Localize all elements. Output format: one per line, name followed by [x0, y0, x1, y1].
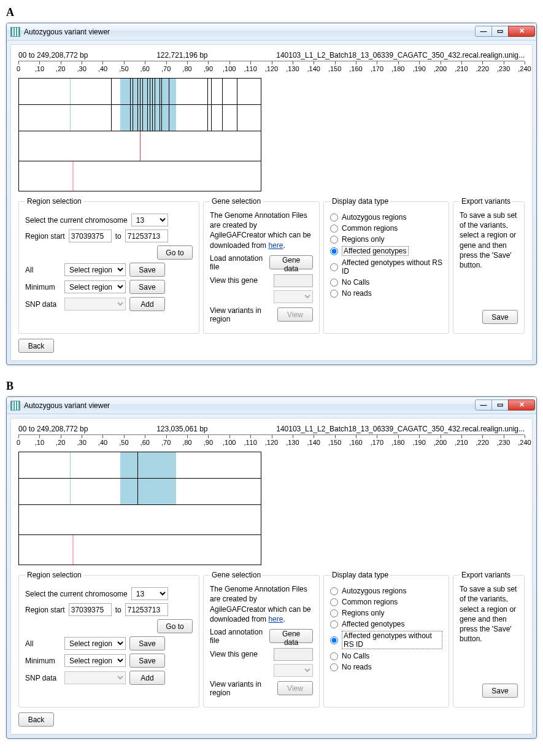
display-option-2[interactable]: Regions only [330, 609, 442, 617]
radio-icon[interactable] [330, 652, 338, 660]
close-button[interactable]: ✕ [508, 26, 535, 37]
track-row [18, 131, 261, 161]
save-all-button[interactable]: Save [129, 636, 165, 650]
display-option-5[interactable]: No Calls [330, 652, 442, 660]
display-option-1[interactable]: Common regions [330, 224, 442, 233]
center-text: 122,721,196 bp [156, 51, 207, 60]
goto-button[interactable]: Go to [157, 619, 193, 633]
display-option-0[interactable]: Autozygous regions [330, 587, 442, 595]
radio-icon[interactable] [330, 598, 338, 606]
export-desc: To save a sub set of the variants, selec… [460, 584, 518, 644]
range-text: 00 to 249,208,772 bp [18, 425, 88, 433]
radio-icon[interactable] [330, 290, 338, 298]
close-button[interactable]: ✕ [508, 399, 535, 411]
display-option-4[interactable]: Affected genotypes without RS ID [330, 631, 442, 649]
radio-icon[interactable] [330, 663, 338, 671]
display-option-6[interactable]: No reads [330, 663, 442, 671]
radio-icon[interactable] [330, 225, 338, 233]
display-option-3[interactable]: Affected genotypes [330, 246, 442, 256]
min-region-select[interactable]: Select region [64, 280, 126, 293]
gene-data-button[interactable]: Gene data [269, 629, 313, 643]
chromosome-select[interactable]: 13 [131, 587, 168, 600]
export-save-button[interactable]: Save [482, 310, 518, 324]
radio-icon[interactable] [330, 609, 338, 617]
chromosome-select[interactable]: 13 [131, 214, 168, 226]
panel-label-b: B [6, 380, 537, 393]
display-option-label: Autozygous regions [342, 587, 406, 595]
maximize-button[interactable]: ▭ [491, 26, 509, 37]
sample-text: 140103_L1_L2_Batch18_13_06339_CAGATC_350… [276, 51, 525, 60]
window-a: Autozygous variant viewer — ▭ ✕ 00 to 24… [6, 23, 537, 365]
all-region-select[interactable]: Select region [64, 263, 126, 276]
track-row [18, 534, 261, 565]
to-label: to [115, 606, 121, 614]
radio-icon[interactable] [330, 263, 338, 271]
region-start-label: Region start [25, 606, 65, 614]
region-legend: Region selection [25, 197, 83, 206]
display-option-label: Common regions [342, 598, 398, 606]
min-region-select[interactable]: Select region [64, 654, 126, 667]
region-start-label: Region start [25, 232, 65, 241]
minimize-button[interactable]: — [475, 399, 492, 411]
add-button[interactable]: Add [129, 297, 165, 311]
ruler: 0,10,20,30,40,50,60,70,80,90,100,110,120… [18, 61, 525, 73]
radio-icon[interactable] [330, 620, 338, 628]
gene-selection-group: Gene selection The Genome Annotation Fil… [203, 571, 320, 708]
display-option-label: Regions only [342, 609, 384, 617]
all-region-select[interactable]: Select region [64, 637, 126, 650]
track-row [18, 78, 261, 105]
display-option-label: Autozygous regions [342, 213, 406, 222]
region-start-input[interactable] [69, 230, 112, 242]
display-option-3[interactable]: Affected genotypes [330, 620, 442, 628]
minimize-button[interactable]: — [475, 26, 492, 37]
export-save-button[interactable]: Save [482, 684, 518, 698]
display-option-label: No Calls [342, 652, 369, 660]
save-min-button[interactable]: Save [129, 654, 165, 668]
maximize-button[interactable]: ▭ [491, 399, 509, 411]
snp-select [64, 671, 126, 684]
sample-text: 140103_L1_L2_Batch18_13_06339_CAGATC_350… [276, 425, 525, 433]
back-button[interactable]: Back [18, 339, 54, 353]
radio-icon[interactable] [330, 247, 338, 255]
range-text: 00 to 249,208,772 bp [18, 51, 88, 60]
display-option-6[interactable]: No reads [330, 289, 442, 298]
region-end-input[interactable] [125, 230, 168, 242]
gene-data-button[interactable]: Gene data [269, 255, 313, 269]
tracks-b[interactable] [18, 452, 261, 565]
snp-label: SNP data [25, 674, 61, 682]
radio-icon[interactable] [330, 587, 338, 595]
add-button[interactable]: Add [129, 671, 165, 685]
save-all-button[interactable]: Save [129, 263, 165, 277]
radio-icon[interactable] [330, 214, 338, 222]
save-min-button[interactable]: Save [129, 280, 165, 294]
radio-icon[interactable] [330, 236, 338, 244]
display-option-0[interactable]: Autozygous regions [330, 213, 442, 222]
region-end-input[interactable] [125, 603, 168, 616]
here-link[interactable]: here [268, 241, 283, 250]
snp-label: SNP data [25, 300, 61, 309]
display-option-2[interactable]: Regions only [330, 235, 442, 244]
gene-legend: Gene selection [210, 571, 263, 579]
display-option-label: Affected genotypes without RS ID [342, 631, 442, 649]
back-button[interactable]: Back [18, 712, 54, 727]
region-start-input[interactable] [69, 603, 112, 616]
load-annot-label: Load annotation file [210, 628, 266, 645]
radio-icon[interactable] [330, 279, 338, 287]
export-legend: Export variants [460, 571, 512, 579]
tracks-a[interactable] [18, 78, 261, 191]
window-title: Autozygous variant viewer [24, 401, 110, 410]
view-gene-select [274, 290, 313, 303]
display-option-5[interactable]: No Calls [330, 278, 442, 287]
all-label: All [25, 266, 61, 274]
here-link[interactable]: here [268, 615, 283, 623]
radio-icon[interactable] [330, 636, 338, 644]
minimum-label: Minimum [25, 283, 61, 291]
view-button: View [277, 307, 313, 322]
display-option-label: No reads [342, 289, 372, 298]
titlebar: Autozygous variant viewer — ▭ ✕ [7, 397, 536, 414]
display-option-label: No reads [342, 663, 372, 671]
center-text: 123,035,061 bp [156, 425, 207, 433]
display-option-1[interactable]: Common regions [330, 598, 442, 606]
display-option-4[interactable]: Affected genotypes without RS ID [330, 258, 442, 276]
goto-button[interactable]: Go to [157, 245, 193, 260]
